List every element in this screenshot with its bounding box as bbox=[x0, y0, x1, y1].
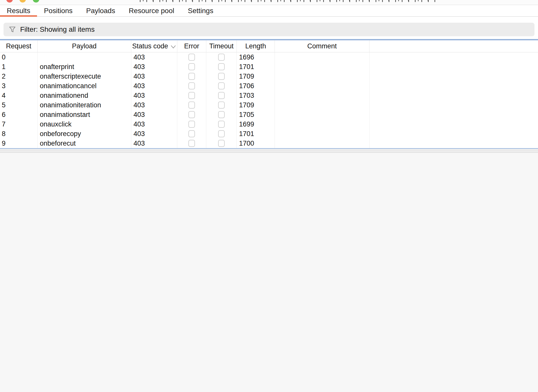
timeout-checkbox[interactable] bbox=[218, 63, 225, 70]
cell-payload[interactable] bbox=[38, 52, 131, 62]
error-checkbox[interactable] bbox=[188, 92, 195, 99]
cell-error[interactable] bbox=[177, 129, 206, 139]
timeout-checkbox[interactable] bbox=[218, 73, 225, 80]
cell-comment[interactable] bbox=[275, 72, 369, 81]
cell-timeout[interactable] bbox=[206, 52, 237, 62]
cell-payload[interactable]: onanimationcancel bbox=[38, 81, 131, 91]
cell-length[interactable]: 1701 bbox=[237, 129, 275, 139]
error-checkbox[interactable] bbox=[188, 102, 195, 109]
cell-payload[interactable]: onanimationend bbox=[38, 91, 131, 100]
cell-comment[interactable] bbox=[275, 62, 369, 72]
cell-status-code[interactable]: 403 bbox=[131, 62, 177, 72]
cell-request[interactable]: 7 bbox=[0, 119, 38, 129]
cell-comment[interactable] bbox=[275, 110, 369, 119]
cell-request[interactable]: 9 bbox=[0, 139, 38, 148]
cell-comment[interactable] bbox=[275, 52, 369, 62]
cell-status-code[interactable]: 403 bbox=[131, 100, 177, 110]
table-row[interactable]: 1 onafterprint 403 1701 bbox=[0, 62, 538, 72]
cell-status-code[interactable]: 403 bbox=[131, 119, 177, 129]
cell-error[interactable] bbox=[177, 119, 206, 129]
error-checkbox[interactable] bbox=[188, 63, 195, 70]
error-checkbox[interactable] bbox=[188, 82, 195, 89]
cell-length[interactable]: 1696 bbox=[237, 52, 275, 62]
cell-timeout[interactable] bbox=[206, 129, 237, 139]
cell-error[interactable] bbox=[177, 100, 206, 110]
table-row[interactable]: 9 onbeforecut 403 1700 bbox=[0, 139, 538, 148]
cell-length[interactable]: 1703 bbox=[237, 91, 275, 100]
timeout-checkbox[interactable] bbox=[218, 130, 225, 137]
table-row[interactable]: 8 onbeforecopy 403 1701 bbox=[0, 129, 538, 139]
cell-timeout[interactable] bbox=[206, 119, 237, 129]
cell-status-code[interactable]: 403 bbox=[131, 129, 177, 139]
cell-payload[interactable]: onbeforecut bbox=[38, 139, 131, 148]
cell-payload[interactable]: onbeforecopy bbox=[38, 129, 131, 139]
column-header-payload[interactable]: Payload bbox=[38, 40, 131, 52]
cell-comment[interactable] bbox=[275, 139, 369, 148]
cell-timeout[interactable] bbox=[206, 91, 237, 100]
cell-status-code[interactable]: 403 bbox=[131, 72, 177, 81]
cell-comment[interactable] bbox=[275, 119, 369, 129]
table-row[interactable]: 4 onanimationend 403 1703 bbox=[0, 91, 538, 100]
error-checkbox[interactable] bbox=[188, 140, 195, 147]
cell-timeout[interactable] bbox=[206, 72, 237, 81]
tab-results[interactable]: Results bbox=[0, 5, 37, 16]
pane-splitter-handle[interactable] bbox=[0, 150, 538, 153]
tab-settings[interactable]: Settings bbox=[181, 5, 220, 16]
cell-comment[interactable] bbox=[275, 129, 369, 139]
filter-bar[interactable]: Filter: Showing all items bbox=[4, 23, 534, 36]
cell-error[interactable] bbox=[177, 110, 206, 119]
error-checkbox[interactable] bbox=[188, 121, 195, 128]
cell-payload[interactable]: onanimationstart bbox=[38, 110, 131, 119]
cell-status-code[interactable]: 403 bbox=[131, 52, 177, 62]
cell-request[interactable]: 0 bbox=[0, 52, 38, 62]
cell-length[interactable]: 1701 bbox=[237, 62, 275, 72]
timeout-checkbox[interactable] bbox=[218, 102, 225, 109]
column-header-error[interactable]: Error bbox=[177, 40, 206, 52]
timeout-checkbox[interactable] bbox=[218, 92, 225, 99]
timeout-checkbox[interactable] bbox=[218, 121, 225, 128]
cell-payload[interactable]: onafterscriptexecute bbox=[38, 72, 131, 81]
tab-positions[interactable]: Positions bbox=[37, 5, 79, 16]
table-row[interactable]: 5 onanimationiteration 403 1709 bbox=[0, 100, 538, 110]
cell-payload[interactable]: onanimationiteration bbox=[38, 100, 131, 110]
table-row[interactable]: 7 onauxclick 403 1699 bbox=[0, 119, 538, 129]
timeout-checkbox[interactable] bbox=[218, 54, 225, 61]
cell-error[interactable] bbox=[177, 72, 206, 81]
cell-timeout[interactable] bbox=[206, 139, 237, 148]
cell-timeout[interactable] bbox=[206, 62, 237, 72]
cell-request[interactable]: 4 bbox=[0, 91, 38, 100]
cell-error[interactable] bbox=[177, 52, 206, 62]
column-header-length[interactable]: Length bbox=[237, 40, 275, 52]
cell-length[interactable]: 1706 bbox=[237, 81, 275, 91]
cell-payload[interactable]: onauxclick bbox=[38, 119, 131, 129]
cell-request[interactable]: 3 bbox=[0, 81, 38, 91]
error-checkbox[interactable] bbox=[188, 54, 195, 61]
timeout-checkbox[interactable] bbox=[218, 82, 225, 89]
cell-length[interactable]: 1709 bbox=[237, 100, 275, 110]
zoom-window-button[interactable] bbox=[33, 0, 39, 3]
column-header-comment[interactable]: Comment bbox=[275, 40, 369, 52]
cell-request[interactable]: 5 bbox=[0, 100, 38, 110]
cell-request[interactable]: 1 bbox=[0, 62, 38, 72]
cell-timeout[interactable] bbox=[206, 100, 237, 110]
minimize-window-button[interactable] bbox=[19, 0, 26, 3]
tab-payloads[interactable]: Payloads bbox=[79, 5, 122, 16]
cell-length[interactable]: 1699 bbox=[237, 119, 275, 129]
cell-comment[interactable] bbox=[275, 100, 369, 110]
cell-comment[interactable] bbox=[275, 81, 369, 91]
cell-payload[interactable]: onafterprint bbox=[38, 62, 131, 72]
error-checkbox[interactable] bbox=[188, 130, 195, 137]
cell-timeout[interactable] bbox=[206, 110, 237, 119]
table-row[interactable]: 3 onanimationcancel 403 1706 bbox=[0, 81, 538, 91]
cell-status-code[interactable]: 403 bbox=[131, 139, 177, 148]
cell-request[interactable]: 6 bbox=[0, 110, 38, 119]
error-checkbox[interactable] bbox=[188, 111, 195, 118]
table-row[interactable]: 0 403 1696 bbox=[0, 52, 538, 62]
cell-status-code[interactable]: 403 bbox=[131, 91, 177, 100]
cell-request[interactable]: 2 bbox=[0, 72, 38, 81]
cell-status-code[interactable]: 403 bbox=[131, 81, 177, 91]
cell-comment[interactable] bbox=[275, 91, 369, 100]
cell-length[interactable]: 1705 bbox=[237, 110, 275, 119]
timeout-checkbox[interactable] bbox=[218, 111, 225, 118]
error-checkbox[interactable] bbox=[188, 73, 195, 80]
